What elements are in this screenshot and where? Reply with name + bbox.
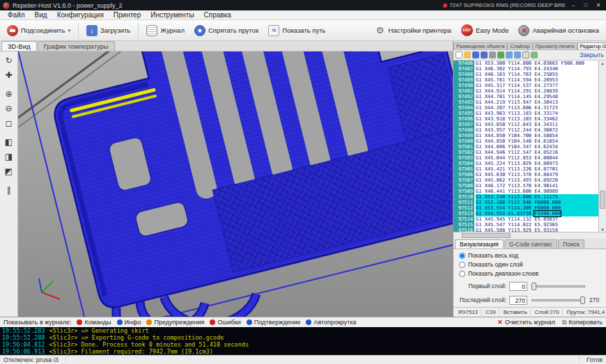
log-toggle-info[interactable]: Инфо bbox=[117, 319, 141, 326]
gcode-line[interactable]: G1 X45.044 Y112.853 E4.86044 bbox=[476, 155, 598, 161]
zoom-in-icon[interactable]: ⊕ bbox=[2, 87, 16, 100]
maximize-button[interactable]: □ bbox=[581, 2, 591, 8]
gcode-code-column[interactable]: G1 X53.300 Y114.800 E4.03663 F900.000G1 … bbox=[474, 61, 598, 232]
vertical-scroll-thumb[interactable] bbox=[600, 191, 605, 209]
menu-item[interactable]: Конфигурация bbox=[52, 11, 109, 19]
save-file-icon[interactable] bbox=[472, 52, 479, 58]
log-output[interactable]: 19:55:52.283<Slic3r> => Generating skirt… bbox=[0, 327, 606, 355]
viz-radio-option-2[interactable]: Показать диапазон слоев bbox=[459, 269, 600, 278]
last-layer-slider[interactable] bbox=[530, 295, 586, 305]
gcode-line[interactable]: G1 X44.946 Y112.547 E4.85216 bbox=[476, 150, 598, 155]
viz-tab[interactable]: Поиск bbox=[558, 239, 584, 248]
gcode-line[interactable]: G1 X53.300 Y114.800 E4.03663 F900.000 bbox=[476, 61, 598, 66]
easy-mode-button[interactable]: EASY Easy Mode bbox=[457, 22, 513, 38]
first-layer-slider[interactable] bbox=[530, 281, 586, 291]
emergency-stop-button[interactable]: Аварийная остановка bbox=[514, 23, 603, 38]
menu-item[interactable]: Справка bbox=[199, 11, 236, 19]
first-layer-value[interactable]: 0 bbox=[509, 282, 527, 291]
gcode-line[interactable]: G1 X44.914 Y114.291 E4.28839 bbox=[476, 88, 598, 94]
gcode-line[interactable]: G1 X45.421 Y113.226 E4.87701 bbox=[476, 166, 598, 172]
gcode-line[interactable]: G1 X45.781 Y114.594 E4.26953 bbox=[476, 77, 598, 83]
pan-view-icon[interactable]: ✚ bbox=[2, 68, 16, 81]
rotate-view-icon[interactable]: ↻ bbox=[2, 54, 16, 67]
load-button[interactable]: Загрузить bbox=[82, 23, 134, 38]
gcode-line[interactable]: G1 X45.630 Y113.378 E4.88479 bbox=[476, 172, 598, 177]
parallel-projection-icon[interactable]: ∥ bbox=[2, 183, 16, 196]
view-tab[interactable]: График температуры bbox=[38, 41, 115, 51]
log-toggle-commands[interactable]: Команды bbox=[77, 319, 111, 326]
iso-view-icon[interactable]: ◩ bbox=[2, 164, 16, 177]
gcode-line[interactable]: G1 X43.957 Y112.244 E4.36072 bbox=[476, 127, 598, 133]
menu-item[interactable]: Инструменты bbox=[146, 11, 199, 19]
print-icon[interactable] bbox=[489, 52, 496, 58]
hide-filament-button[interactable]: Спрятать пруток bbox=[190, 23, 263, 38]
view-tab[interactable]: 3D-Вид bbox=[1, 41, 37, 51]
gcode-line[interactable]: G1 X46.163 Y114.763 E4.25055 bbox=[476, 72, 598, 77]
last-layer-value[interactable]: 270 bbox=[509, 296, 527, 305]
viz-radio-option-1[interactable]: Показать один слой bbox=[459, 260, 600, 269]
radio-input[interactable] bbox=[459, 271, 465, 277]
log-toggle-button[interactable]: Журнал bbox=[142, 23, 189, 38]
gcode-line[interactable]: G1 X44.219 Y113.947 E4.30413 bbox=[476, 100, 598, 105]
horizontal-scroll-thumb[interactable] bbox=[462, 233, 511, 238]
gcode-line[interactable]: G1 X46.441 Y113.600 E4.90989 bbox=[476, 189, 598, 194]
reload-icon[interactable] bbox=[531, 52, 538, 58]
gcode-horizontal-scrollbar[interactable] bbox=[453, 232, 606, 239]
panel-tab[interactable]: Слайсер bbox=[507, 42, 532, 49]
gcode-line[interactable]: G1 X44.850 Y104.540 E4.61854 bbox=[476, 139, 598, 144]
viz-tab[interactable]: G-Code синтакс bbox=[504, 239, 557, 248]
new-file-icon[interactable] bbox=[456, 52, 463, 58]
gcode-line[interactable]: G1 X53.554 Y114.200 F6000.000 bbox=[476, 205, 598, 211]
show-travel-button[interactable]: Показать путь bbox=[264, 23, 329, 38]
log-toggle-errors[interactable]: Ошибки bbox=[210, 319, 240, 326]
gcode-line[interactable]: G1 X46.302 Y114.793 E4.24340 bbox=[476, 66, 598, 72]
gcode-line[interactable]: G1 X45.224 Y113.029 E4.86973 bbox=[476, 161, 598, 166]
save-as-icon[interactable] bbox=[481, 52, 488, 58]
gcode-editor[interactable]: 9748697487974889748997490974919749297493… bbox=[453, 61, 606, 232]
close-button[interactable]: ✕ bbox=[593, 2, 603, 8]
scroll-down-icon[interactable]: ▼ bbox=[599, 227, 606, 232]
front-view-icon[interactable]: ◧ bbox=[2, 135, 16, 148]
copy-log-button[interactable]: ⧉ Копировать bbox=[562, 319, 603, 326]
zoom-out-icon[interactable]: ⊖ bbox=[2, 102, 16, 115]
search-icon[interactable] bbox=[522, 52, 529, 58]
gcode-line[interactable]: G1 X45.317 Y114.537 E4.27377 bbox=[476, 83, 598, 88]
log-toggle-autoscroll[interactable]: Автопрокрутка bbox=[306, 319, 356, 326]
menu-item[interactable]: Принтер bbox=[109, 11, 146, 19]
gcode-line[interactable]: G1 X43.850 Y112.843 E4.34311 bbox=[476, 122, 598, 127]
gcode-line[interactable]: G1 X44.701 Y114.145 E4.29548 bbox=[476, 94, 598, 100]
panel-tab[interactable]: Просмотр печати bbox=[533, 42, 577, 49]
gcode-line[interactable]: G1 X44.850 Y104.700 E4.58854 bbox=[476, 133, 598, 139]
gcode-line[interactable]: G1 X53.240 Y113.600 E5.11175 bbox=[476, 194, 598, 200]
gcode-line[interactable]: G1 X45.862 Y113.493 E4.89220 bbox=[476, 177, 598, 183]
connect-button[interactable]: Подсоединить ▾ bbox=[3, 23, 75, 38]
menu-item[interactable]: Файл bbox=[3, 11, 30, 19]
gcode-line[interactable]: G1 X53.100 Y113.946 F6000.000 bbox=[476, 200, 598, 205]
radio-input[interactable] bbox=[459, 253, 465, 259]
viewport-3d[interactable] bbox=[18, 52, 453, 317]
log-toggle-warnings[interactable]: Предупреждения bbox=[146, 319, 204, 326]
gcode-vertical-scrollbar[interactable]: ▲ ▼ bbox=[598, 61, 606, 232]
fit-view-icon[interactable]: ◻ bbox=[2, 116, 16, 129]
menu-item[interactable]: Вид bbox=[30, 11, 52, 19]
connect-caret-down-icon[interactable]: ▾ bbox=[68, 28, 70, 33]
gcode-line[interactable]: G1 X46.172 Y113.570 E4.90141 bbox=[476, 183, 598, 189]
top-view-icon[interactable]: ◨ bbox=[2, 150, 16, 163]
printer-settings-button[interactable]: Настройки принтера bbox=[371, 23, 456, 38]
slider-thumb[interactable] bbox=[531, 283, 536, 290]
slider-thumb[interactable] bbox=[580, 296, 585, 304]
panel-tab[interactable]: Редактор G-Кода bbox=[577, 42, 606, 49]
gcode-close-button[interactable]: Закрыть bbox=[580, 52, 604, 58]
gcode-line[interactable]: G1 X45.945 Y114.132 E5.85037 bbox=[476, 216, 598, 222]
gcode-line[interactable]: G1 X54.593 E5.83750 F3200.000 bbox=[476, 211, 598, 216]
gcode-line[interactable]: G1 X43.918 Y113.103 E4.33462 bbox=[476, 116, 598, 122]
sd-card-icon[interactable] bbox=[497, 52, 504, 58]
minimize-button[interactable]: – bbox=[568, 2, 578, 8]
gcode-line[interactable]: G1 X44.207 Y113.606 E4.31723 bbox=[476, 105, 598, 111]
gcode-line[interactable]: G1 X43.963 Y113.183 E4.33174 bbox=[476, 111, 598, 116]
scroll-up-icon[interactable]: ▲ bbox=[599, 61, 606, 65]
redo-icon[interactable] bbox=[514, 52, 521, 58]
log-toggle-ack[interactable]: Подтверждение bbox=[247, 319, 301, 326]
undo-icon[interactable] bbox=[506, 52, 513, 58]
panel-tab[interactable]: Размещение объекта bbox=[453, 42, 507, 49]
